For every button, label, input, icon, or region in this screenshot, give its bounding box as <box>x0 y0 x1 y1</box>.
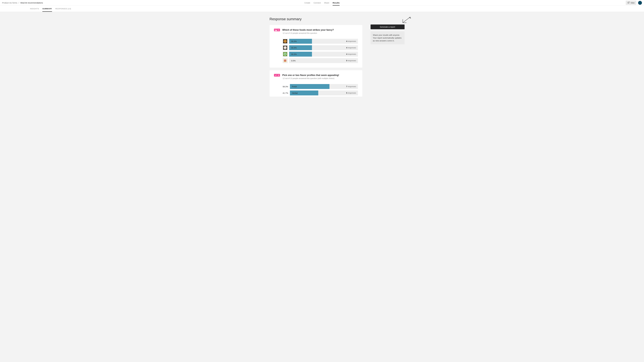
tab-share[interactable]: Share <box>324 0 329 6</box>
main-tabs: Create Connect Share Results <box>304 0 340 6</box>
answer-label: Fresh <box>290 86 297 88</box>
answer-percent: 33.3% <box>289 47 297 49</box>
answer-bar: 0.0% 0responses <box>289 58 358 63</box>
svg-line-0 <box>628 2 629 3</box>
answer-count: 7responses <box>346 84 356 89</box>
topbar-right: View <box>626 1 642 5</box>
answer-label: Herbal <box>290 92 298 94</box>
answer-count: 4responses <box>346 52 356 57</box>
question-1-answers: 33.3% 4responses 33.3% 4responses <box>283 39 358 63</box>
answer-count: 4responses <box>346 45 356 50</box>
checkmark-icon <box>275 74 277 76</box>
question-title-2: Pick one or two flavor profiles that see… <box>282 74 339 77</box>
answer-row: 33.3% 4responses <box>283 45 358 50</box>
subtabs: INSIGHTS SUMMARY RESPONSES [13] <box>0 6 644 12</box>
answer-percent: 33.3% <box>289 53 297 55</box>
view-button-label: View <box>630 2 634 4</box>
avatar[interactable] <box>638 1 642 5</box>
answer-bar: 33.3% 4responses <box>289 52 358 57</box>
answer-count: 4responses <box>346 39 356 44</box>
breadcrumb: Product rec forms / Meal kit recommendat… <box>2 2 43 4</box>
subtab-insights[interactable]: INSIGHTS <box>30 6 39 12</box>
topbar: Product rec forms / Meal kit recommendat… <box>0 0 644 6</box>
arrow-decoration-icon <box>401 16 411 26</box>
report-info-box: Share your results with anyone. Your rep… <box>370 31 404 44</box>
page-title: Response summary <box>270 17 362 21</box>
question-title-1: Which of these foods most strikes your f… <box>282 29 334 31</box>
answer-row: 0.0% 0responses <box>283 58 358 63</box>
subtab-summary[interactable]: SUMMARY <box>42 6 52 12</box>
question-badge-1: 1 <box>274 29 280 31</box>
picture-choice-icon <box>275 29 277 31</box>
answer-thumbnail <box>283 45 288 50</box>
question-card-2: 2 Pick one or two flavor profiles that s… <box>270 70 362 97</box>
answer-thumbnail <box>283 58 288 63</box>
answer-bar: Fresh 7responses <box>290 84 358 89</box>
subtab-responses[interactable]: RESPONSES [13] <box>56 6 71 12</box>
external-link-icon <box>628 2 630 4</box>
page-body: Response summary 1 Which of these foods … <box>0 12 644 107</box>
answer-percent: 0.0% <box>289 60 296 62</box>
svg-point-2 <box>275 30 276 30</box>
tab-results[interactable]: Results <box>332 0 340 6</box>
answer-thumbnail <box>283 39 288 44</box>
answer-bar: 33.3% 4responses <box>289 39 358 44</box>
generate-report-button[interactable]: Generate a report <box>370 25 404 29</box>
breadcrumb-current[interactable]: Meal kit recommendations <box>20 2 43 4</box>
question-card-1: 1 Which of these foods most strikes your… <box>270 25 362 68</box>
question-subtitle-1: 12 out of 13 people answered this questi… <box>283 32 358 34</box>
answer-row: 41.7% Herbal 5responses <box>283 91 358 95</box>
breadcrumb-parent[interactable]: Product rec forms <box>2 2 17 4</box>
question-number-2: 2 <box>278 74 279 76</box>
answer-percent: 41.7% <box>283 92 288 94</box>
question-badge-2: 2 <box>274 74 280 77</box>
answer-count: 5responses <box>346 91 356 95</box>
question-2-answers: 58.3% Fresh 7responses 41.7% Herbal <box>283 84 358 95</box>
answer-row: 58.3% Fresh 7responses <box>283 84 358 89</box>
view-button[interactable]: View <box>626 1 636 5</box>
answer-row: 33.3% 4responses <box>283 52 358 57</box>
answer-row: 33.3% 4responses <box>283 39 358 44</box>
question-subtitle-2: 12 out of 13 people answered this questi… <box>283 77 358 79</box>
answer-count: 0responses <box>346 58 356 63</box>
question-number-1: 1 <box>278 29 279 31</box>
answer-thumbnail <box>283 52 288 57</box>
tab-connect[interactable]: Connect <box>314 0 321 6</box>
answer-bar: Herbal 5responses <box>290 91 358 95</box>
answer-bar: 33.3% 4responses <box>289 45 358 50</box>
answer-percent: 33.3% <box>289 40 297 43</box>
right-column: Generate a report Share your results wit… <box>370 17 404 44</box>
main-column: Response summary 1 Which of these foods … <box>270 17 362 99</box>
answer-percent: 58.3% <box>283 86 288 88</box>
breadcrumb-separator: / <box>18 2 19 4</box>
tab-create[interactable]: Create <box>304 0 310 6</box>
